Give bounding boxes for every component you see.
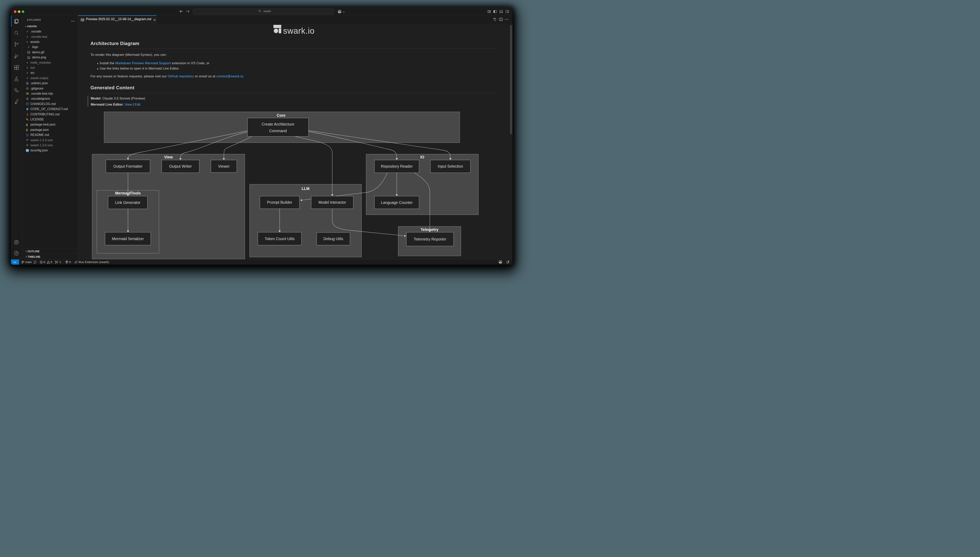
svg-text:Core: Core: [276, 113, 285, 117]
svg-text:Token Count Utils: Token Count Utils: [265, 236, 295, 241]
svg-text:Telemetry Reporter: Telemetry Reporter: [413, 237, 446, 241]
svg-text:Create Architecture: Create Architecture: [261, 122, 294, 126]
svg-text:Language Counter: Language Counter: [381, 200, 413, 204]
svg-text:Repository Reader: Repository Reader: [381, 164, 413, 168]
svg-text:Input Selection: Input Selection: [438, 164, 463, 168]
svg-text:Link Generator: Link Generator: [115, 200, 140, 204]
svg-text:View: View: [164, 155, 173, 159]
svg-text:Telemetry: Telemetry: [421, 227, 438, 231]
svg-text:Model Interactor: Model Interactor: [318, 200, 346, 204]
svg-text:Debug Utils: Debug Utils: [323, 236, 343, 241]
svg-text:Mermaid Serializer: Mermaid Serializer: [112, 236, 144, 241]
svg-text:Output Writer: Output Writer: [169, 164, 192, 168]
svg-text:IO: IO: [420, 155, 424, 159]
svg-text:Output Formatter: Output Formatter: [113, 164, 142, 168]
svg-text:MermaidTools: MermaidTools: [115, 191, 141, 195]
svg-text:Command: Command: [269, 129, 287, 133]
svg-text:LLM: LLM: [301, 186, 309, 191]
svg-text:Viewer: Viewer: [218, 164, 230, 168]
svg-text:Prompt Builder: Prompt Builder: [267, 200, 292, 204]
